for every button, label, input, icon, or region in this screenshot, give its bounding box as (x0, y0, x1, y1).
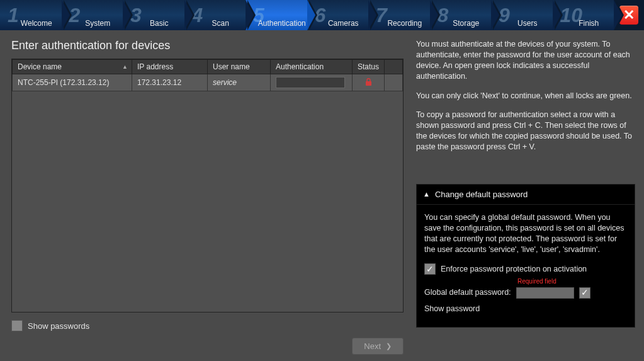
sort-asc-icon: ▲ (122, 64, 128, 70)
step-label: Scan (212, 19, 229, 28)
col-status[interactable]: Status (353, 60, 385, 74)
info-text: You must authenticate at the devices of … (416, 39, 635, 152)
device-table: Device name ▲ IP address User name Authe… (11, 59, 404, 312)
change-password-panel: ▲ Change default password You can specif… (416, 184, 635, 328)
show-passwords-checkbox[interactable] (11, 320, 23, 331)
global-password-input[interactable] (516, 287, 574, 299)
enforce-protection-label: Enforce password protection on activatio… (441, 264, 587, 275)
required-field-label: Required field (517, 277, 627, 286)
next-button-label: Next (364, 341, 381, 351)
auth-password-input[interactable] (276, 77, 345, 88)
lock-icon (364, 78, 372, 88)
info-paragraph: You can only click 'Next' to continue, w… (416, 91, 635, 101)
step-label: Authentication (258, 19, 306, 28)
col-user[interactable]: User name (208, 60, 271, 74)
cell-status (353, 74, 385, 91)
chevron-right-icon: ❯ (386, 342, 392, 350)
svg-rect-0 (366, 81, 371, 86)
show-passwords-label: Show passwords (28, 321, 89, 331)
info-paragraph: You must authenticate at the devices of … (416, 39, 635, 82)
table-row[interactable]: NTC-255-PI (172.31.23.12) 172.31.23.12 s… (13, 74, 403, 91)
step-label: System (85, 19, 110, 28)
step-label: Welcome (21, 19, 52, 28)
col-auth[interactable]: Authentication (271, 60, 353, 74)
change-password-title: Change default password (435, 190, 528, 199)
change-password-desc: You can specify a global default passwor… (424, 212, 627, 255)
step-label: Storage (453, 19, 479, 28)
step-label: Basic (150, 19, 168, 28)
step-label: Cameras (328, 19, 359, 28)
show-password-checkbox[interactable] (579, 287, 590, 299)
wizard-step-welcome[interactable]: 1 Welcome (0, 0, 62, 30)
step-label: Finish (579, 19, 599, 28)
wizard-steps-bar: 1 Welcome 2 System 3 Basic 4 Scan 5 Auth… (0, 0, 644, 30)
info-paragraph: To copy a password for authentication se… (416, 110, 635, 152)
cell-ip: 172.31.23.12 (132, 74, 208, 91)
col-device-name[interactable]: Device name ▲ (13, 60, 132, 74)
panel-title: Enter authentication for devices (11, 39, 404, 52)
cell-user: service (208, 74, 271, 91)
step-label: Recording (387, 19, 422, 28)
step-label: Users (517, 19, 537, 28)
show-password-label: Show password (424, 304, 480, 314)
cell-device-name: NTC-255-PI (172.31.23.12) (13, 74, 132, 91)
global-password-label: Global default password: (424, 287, 511, 298)
col-ip[interactable]: IP address (132, 60, 208, 74)
step-number: 1 (8, 4, 19, 27)
next-button[interactable]: Next ❯ (352, 338, 404, 355)
col-spacer (385, 60, 403, 74)
change-password-header[interactable]: ▲ Change default password (417, 185, 635, 205)
cell-auth (271, 74, 353, 91)
chevron-up-icon: ▲ (423, 190, 430, 198)
enforce-protection-checkbox[interactable] (424, 263, 436, 275)
